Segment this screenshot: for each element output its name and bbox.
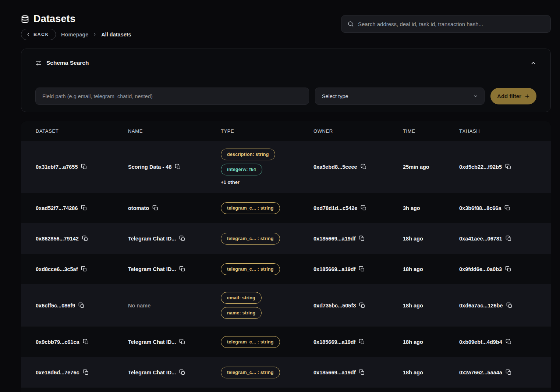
- dataset-id: 0xe18d6d...7e76c: [36, 370, 79, 375]
- copy-icon[interactable]: [506, 339, 512, 345]
- copy-icon[interactable]: [506, 235, 512, 242]
- dataset-id: 0xad52f7...74286: [36, 205, 78, 211]
- type-cell: telegram_c... : string: [221, 359, 313, 386]
- owner-id: 0x185669...a19df: [313, 266, 355, 272]
- copy-icon[interactable]: [179, 266, 185, 272]
- type-badges: telegram_c... : string: [221, 195, 280, 222]
- copy-icon[interactable]: [506, 302, 513, 309]
- filters-sliders-icon: [35, 60, 42, 66]
- type-badges: telegram_c... : string: [221, 328, 280, 356]
- copy-icon[interactable]: [505, 164, 511, 170]
- name-cell: Telegram Chat ID...: [128, 266, 221, 272]
- copy-icon[interactable]: [82, 235, 88, 242]
- txhash-id: 0x9fdd6e...0a0b3: [459, 266, 502, 272]
- type-badge: telegram_c... : string: [221, 233, 280, 245]
- nav-row: BACK Homepage All datasets: [21, 29, 131, 40]
- txhash-cell: 0x9fdd6e...0a0b3: [459, 266, 551, 272]
- chevron-right-icon: [93, 32, 97, 36]
- database-icon: [21, 15, 29, 24]
- copy-icon[interactable]: [359, 235, 365, 242]
- add-filter-button[interactable]: Add filter: [490, 88, 536, 104]
- time-cell: 18h ago: [403, 266, 459, 272]
- copy-icon[interactable]: [179, 339, 185, 345]
- add-filter-label: Add filter: [497, 93, 521, 99]
- type-cell: telegram_c... : string: [221, 225, 313, 252]
- more-types-label: +1 other: [221, 179, 240, 185]
- copy-icon[interactable]: [505, 266, 511, 272]
- dataset-cell: 0x9cbb79...c61ca: [36, 339, 128, 345]
- copy-icon[interactable]: [361, 164, 367, 170]
- row-time: 3h ago: [403, 205, 420, 211]
- copy-icon[interactable]: [83, 339, 89, 345]
- type-badge: name: string: [221, 307, 262, 319]
- row-time: 18h ago: [403, 303, 423, 309]
- txhash-cell: 0xa41aee...06781: [459, 235, 551, 242]
- table-row[interactable]: 0x31ebf7...a7655 Scoring Data - 48 descr…: [21, 141, 551, 193]
- owner-cell: 0x185669...a19df: [313, 235, 403, 242]
- txhash-id: 0xb09ebf...4d9b4: [459, 339, 502, 345]
- txhash-id: 0xd5cb22...f92b5: [459, 164, 502, 170]
- type-badges: telegram_c... : string: [221, 256, 280, 283]
- global-search[interactable]: [341, 15, 551, 33]
- dataset-cell: 0xe18d6d...7e76c: [36, 369, 128, 375]
- copy-icon[interactable]: [361, 205, 367, 211]
- copy-icon[interactable]: [179, 369, 185, 375]
- dataset-cell: 0x6cff5c...086f9: [36, 302, 128, 309]
- txhash-id: 0x2a7662...5aa4a: [459, 370, 502, 375]
- column-header-name: NAME: [128, 128, 221, 134]
- column-header-type: TYPE: [221, 128, 313, 134]
- dataset-name: Telegram Chat ID...: [128, 236, 176, 242]
- copy-icon[interactable]: [504, 205, 511, 211]
- row-time: 25min ago: [403, 164, 429, 170]
- table-row[interactable]: 0xad52f7...74286 otomato telegram_c... :…: [21, 193, 551, 223]
- table-row[interactable]: 0x9cbb79...c61ca Telegram Chat ID... tel…: [21, 327, 551, 357]
- type-cell: telegram_c... : string: [221, 195, 313, 222]
- dataset-id: 0xd8cce6...3c5af: [36, 266, 78, 272]
- schema-search-panel: Schema Search Select type Add filter: [21, 49, 551, 112]
- table-row[interactable]: 0x6cff5c...086f9 No name email: stringna…: [21, 284, 551, 327]
- copy-icon[interactable]: [506, 369, 512, 375]
- type-select[interactable]: Select type: [315, 88, 485, 105]
- dataset-cell: 0x31ebf7...a7655: [36, 164, 128, 170]
- copy-icon[interactable]: [359, 302, 365, 309]
- copy-icon[interactable]: [81, 164, 87, 170]
- txhash-id: 0xd6a7ac...126be: [459, 303, 503, 309]
- column-header-owner: OWNER: [313, 128, 403, 134]
- dataset-id: 0x9cbb79...c61ca: [36, 339, 79, 345]
- txhash-cell: 0xb09ebf...4d9b4: [459, 339, 551, 345]
- dataset-id: 0x6cff5c...086f9: [36, 303, 75, 309]
- copy-icon[interactable]: [179, 235, 185, 242]
- owner-id: 0xd735bc...505f3: [313, 303, 356, 309]
- time-cell: 18h ago: [403, 370, 459, 375]
- copy-icon[interactable]: [152, 205, 159, 211]
- back-button[interactable]: BACK: [21, 29, 56, 40]
- type-badge: telegram_c... : string: [221, 367, 280, 378]
- table-header-row: DATASETNAMETYPEOWNERTIMETXHASH: [21, 121, 551, 141]
- search-input[interactable]: [358, 21, 545, 27]
- copy-icon[interactable]: [359, 339, 365, 345]
- row-time: 18h ago: [403, 339, 423, 345]
- copy-icon[interactable]: [83, 369, 89, 375]
- table-row[interactable]: 0x862856...79142 Telegram Chat ID... tel…: [21, 223, 551, 254]
- table-row[interactable]: 0xe18d6d...7e76c Telegram Chat ID... tel…: [21, 357, 551, 388]
- schema-search-title: Schema Search: [46, 60, 89, 66]
- copy-icon[interactable]: [359, 266, 365, 272]
- copy-icon[interactable]: [78, 302, 85, 309]
- txhash-cell: 0x2a7662...5aa4a: [459, 369, 551, 375]
- copy-icon[interactable]: [81, 205, 87, 211]
- column-header-dataset: DATASET: [36, 128, 128, 134]
- row-time: 18h ago: [403, 370, 423, 375]
- back-label: BACK: [33, 32, 49, 37]
- table-row[interactable]: 0xd8cce6...3c5af Telegram Chat ID... tel…: [21, 254, 551, 284]
- field-path-input[interactable]: [35, 88, 309, 105]
- table-body: 0x31ebf7...a7655 Scoring Data - 48 descr…: [21, 141, 551, 388]
- breadcrumb-homepage[interactable]: Homepage: [61, 32, 88, 38]
- copy-icon[interactable]: [359, 369, 365, 375]
- time-cell: 3h ago: [403, 205, 459, 211]
- owner-cell: 0x185669...a19df: [313, 369, 403, 375]
- type-badge: telegram_c... : string: [221, 336, 280, 348]
- plus-icon: [525, 94, 530, 99]
- collapse-panel-button[interactable]: [530, 60, 536, 66]
- copy-icon[interactable]: [175, 164, 181, 170]
- copy-icon[interactable]: [81, 266, 87, 272]
